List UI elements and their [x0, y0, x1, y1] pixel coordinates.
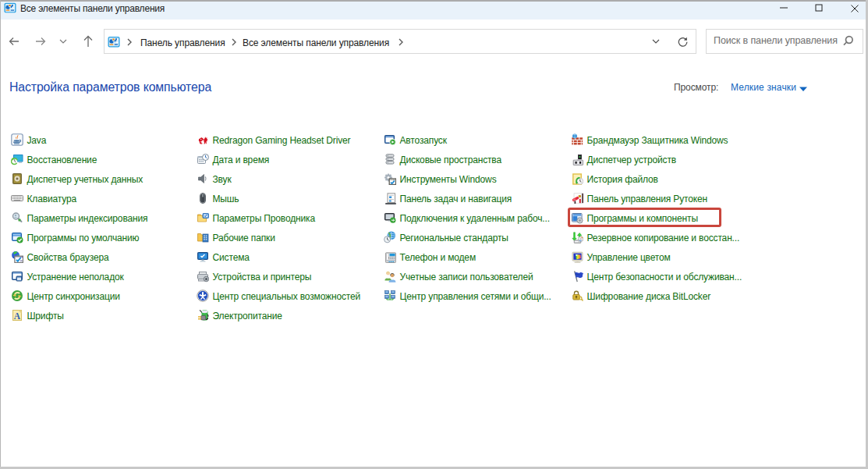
svg-text:A: A: [14, 311, 21, 320]
